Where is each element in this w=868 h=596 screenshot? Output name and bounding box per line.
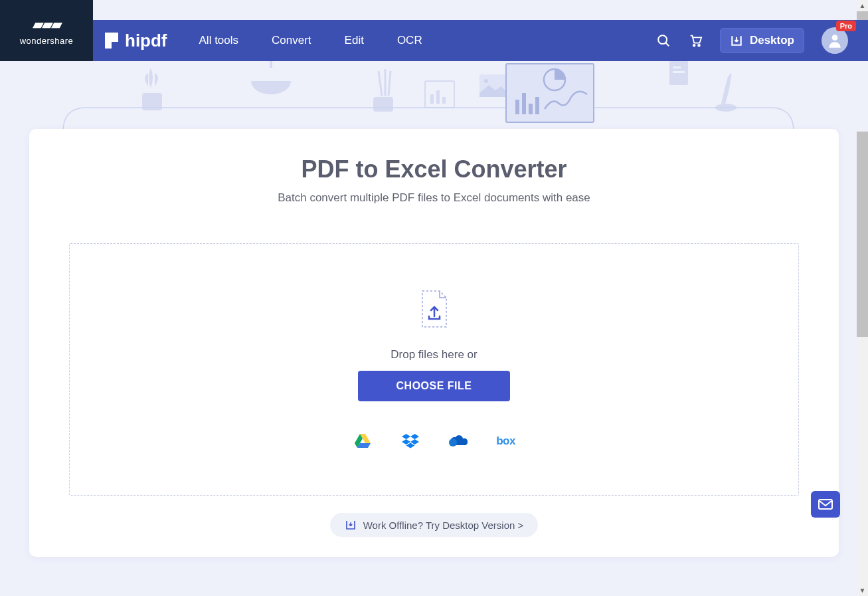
svg-rect-6 [270, 61, 272, 68]
google-drive-icon [355, 434, 371, 448]
svg-rect-20 [529, 104, 533, 114]
nav-ocr[interactable]: OCR [397, 34, 422, 47]
cart-icon [688, 33, 703, 48]
onedrive-button[interactable] [448, 433, 468, 449]
user-icon [826, 32, 843, 49]
svg-line-1 [666, 43, 669, 47]
svg-point-3 [698, 45, 700, 47]
main-header: ▰▰▰ wondershare hipdf All tools Convert … [0, 20, 868, 61]
box-button[interactable]: box [496, 433, 515, 449]
svg-point-16 [484, 79, 488, 83]
page-subtitle: Batch convert multiple PDF files to Exce… [69, 191, 799, 205]
main-card: PDF to Excel Converter Batch convert mul… [29, 129, 839, 557]
download-icon [730, 34, 743, 47]
svg-rect-18 [515, 100, 519, 114]
svg-rect-21 [535, 97, 539, 114]
svg-point-4 [832, 35, 838, 41]
svg-rect-7 [373, 97, 393, 112]
google-drive-button[interactable] [353, 433, 373, 449]
wondershare-icon: ▰▰▰ [33, 16, 60, 33]
svg-rect-19 [522, 93, 526, 114]
hipdf-icon [105, 33, 118, 49]
svg-rect-13 [436, 90, 440, 104]
dropbox-icon [402, 434, 419, 448]
box-icon: box [496, 435, 515, 448]
page-title: PDF to Excel Converter [69, 155, 799, 183]
svg-rect-14 [442, 97, 446, 104]
hero-background [0, 61, 868, 132]
svg-line-8 [379, 71, 382, 96]
nav-edit[interactable]: Edit [345, 34, 364, 47]
svg-point-0 [658, 35, 667, 44]
svg-rect-12 [430, 94, 434, 104]
search-button[interactable] [656, 33, 671, 48]
svg-rect-5 [142, 93, 162, 110]
scrollbar-up-icon[interactable]: ▲ [857, 0, 868, 11]
dropzone[interactable]: Drop files here or CHOOSE FILE box [69, 243, 799, 496]
svg-point-27 [449, 439, 457, 447]
offline-pill[interactable]: Work Offline? Try Desktop Version > [330, 513, 539, 537]
onedrive-icon [449, 435, 468, 447]
hipdf-text: hipdf [125, 31, 167, 51]
svg-rect-28 [819, 500, 832, 509]
hipdf-logo[interactable]: hipdf [105, 31, 167, 51]
drop-text: Drop files here or [391, 348, 477, 361]
svg-rect-24 [673, 66, 681, 68]
svg-point-2 [693, 45, 695, 47]
wondershare-text: wondershare [20, 36, 74, 46]
avatar-button[interactable] [822, 27, 848, 54]
scrollbar-down-icon[interactable]: ▼ [857, 585, 868, 596]
desktop-button[interactable]: Desktop [720, 28, 804, 53]
choose-file-button[interactable]: CHOOSE FILE [358, 371, 511, 401]
svg-line-10 [389, 71, 391, 96]
upload-file-icon [418, 290, 450, 331]
cart-button[interactable] [688, 33, 703, 48]
svg-rect-25 [673, 71, 685, 73]
wondershare-logo[interactable]: ▰▰▰ wondershare [0, 0, 93, 61]
mail-fab[interactable] [811, 491, 840, 518]
mail-icon [818, 499, 833, 510]
nav-convert[interactable]: Convert [272, 34, 311, 47]
dropbox-button[interactable] [400, 433, 420, 449]
desktop-label: Desktop [750, 34, 794, 47]
svg-point-26 [715, 104, 737, 112]
search-icon [656, 33, 671, 48]
cloud-providers: box [353, 433, 515, 449]
download-desktop-icon [345, 519, 357, 531]
nav-all-tools[interactable]: All tools [199, 34, 239, 47]
avatar-wrap: Pro [822, 27, 848, 54]
main-nav: All tools Convert Edit OCR [199, 34, 422, 47]
pro-badge: Pro [836, 21, 856, 31]
offline-text: Work Offline? Try Desktop Version > [363, 520, 524, 531]
